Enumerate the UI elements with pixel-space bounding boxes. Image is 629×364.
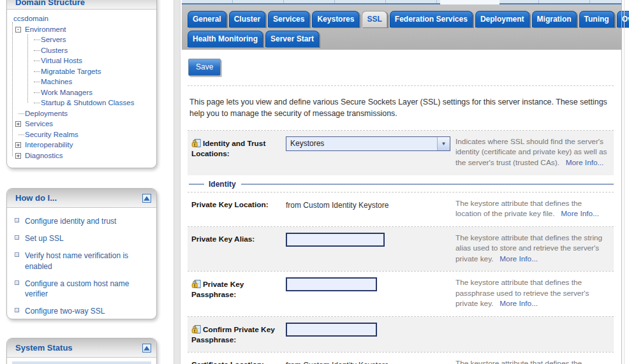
left-sidebar: Domain Structure ccsdomain - Environment… — [0, 0, 172, 364]
system-status-body — [12, 361, 151, 364]
private-key-passphrase-input[interactable] — [286, 277, 377, 291]
list-item: Set up SSL — [15, 233, 150, 244]
tab-row-2: Health Monitoring Server Start — [188, 31, 621, 47]
tab-federation-services[interactable]: Federation Services — [390, 11, 473, 27]
tab-overload[interactable]: Overload — [617, 11, 629, 27]
tab-bar: General Cluster Services Keystores SSL F… — [182, 4, 621, 50]
link-set-up-ssl[interactable]: Set up SSL — [25, 233, 64, 244]
field-help: The keystore attribute that defines the … — [455, 198, 611, 219]
tree-row: ccsdomain — [13, 13, 154, 24]
legend-line — [189, 184, 204, 185]
help-text: The keystore attribute that defines the … — [455, 359, 582, 364]
content-right-border — [624, 0, 625, 364]
content-right-border — [621, 0, 622, 364]
column-divider — [174, 0, 181, 364]
tab-keystores[interactable]: Keystores — [312, 11, 359, 27]
how-do-i-panel: How do I... Configure identity and trust… — [6, 188, 157, 319]
tree-item-deployments[interactable]: Deployments — [25, 110, 68, 117]
field-help — [455, 323, 611, 346]
tree-expander-minus-icon[interactable]: - — [15, 27, 21, 33]
parent-tab-active-edge — [440, 0, 500, 4]
link-verify-host-name-verification[interactable]: Verify host name verification is enabled — [25, 251, 150, 271]
domain-tree: ccsdomain - Environment Servers Clusters… — [7, 10, 156, 164]
tab-health-monitoring[interactable]: Health Monitoring — [188, 31, 263, 47]
more-info-link[interactable]: More Info... — [561, 209, 599, 218]
field-label: Confirm Private Key Passphrase: — [191, 323, 286, 346]
more-info-link[interactable]: More Info... — [500, 299, 538, 308]
tab-migration[interactable]: Migration — [532, 11, 577, 27]
tab-server-start[interactable]: Server Start — [265, 31, 319, 47]
how-do-i-header: How do I... — [7, 189, 156, 208]
tree-item-migratable-targets[interactable]: Migratable Targets — [41, 68, 101, 75]
save-button[interactable]: Save — [188, 59, 221, 76]
field-control: Keystores ▼ — [286, 136, 455, 168]
tree-item-interoperability[interactable]: Interoperability — [25, 141, 73, 149]
confirm-private-key-passphrase-input[interactable] — [286, 323, 377, 337]
tree-item-services[interactable]: Services — [25, 120, 53, 127]
list-item: Configure two-way SSL — [15, 306, 150, 316]
collapse-panel-icon[interactable] — [142, 194, 151, 203]
more-info-link[interactable]: More Info... — [500, 254, 538, 263]
certificate-location-value: from Custom Identity Keystore — [286, 358, 455, 364]
tree-item-machines[interactable]: Machines — [41, 78, 72, 85]
identity-trust-locations-select[interactable]: Keystores ▼ — [286, 136, 450, 151]
identity-section-header: Identity — [189, 180, 614, 189]
section-title: Identity — [209, 180, 236, 189]
system-status-panel: System Status — [6, 338, 157, 364]
tab-services[interactable]: Services — [268, 11, 309, 27]
tree-row: Clusters — [13, 45, 154, 56]
tree-item-clusters[interactable]: Clusters — [41, 47, 68, 54]
tree-row: Servers — [13, 34, 154, 45]
tree-item-environment[interactable]: Environment — [25, 25, 66, 33]
tree-row: + Interoperability — [13, 140, 154, 150]
tree-expander-plus-icon[interactable]: + — [15, 142, 21, 148]
field-control — [286, 277, 455, 309]
tree-item-virtual-hosts[interactable]: Virtual Hosts — [41, 57, 82, 64]
form-row-private-key-alias: Private Key Alias: The keystore attribut… — [188, 227, 614, 272]
tab-ssl[interactable]: SSL — [362, 11, 387, 27]
bullet-icon — [15, 235, 19, 240]
tree-item-startup-shutdown-classes[interactable]: Startup & Shutdown Classes — [41, 99, 134, 106]
form-row-identity-trust-locations: Identity and Trust Locations: Keystores … — [188, 131, 614, 175]
parent-tabs-strip — [182, 0, 621, 4]
link-configure-identity-trust[interactable]: Configure identity and trust — [25, 216, 116, 226]
tab-deployment[interactable]: Deployment — [475, 11, 529, 27]
list-item: Verify host name verification is enabled — [15, 251, 150, 271]
tree-item-diagnostics[interactable]: Diagnostics — [25, 152, 63, 159]
domain-structure-panel: Domain Structure ccsdomain - Environment… — [6, 0, 157, 168]
tab-tuning[interactable]: Tuning — [579, 11, 614, 27]
tree-row: Work Managers — [13, 87, 154, 98]
tab-cluster[interactable]: Cluster — [229, 11, 265, 27]
restart-required-icon — [191, 324, 201, 334]
tree-item-ccsdomain[interactable]: ccsdomain — [13, 15, 48, 22]
dropdown-arrow-icon[interactable]: ▼ — [437, 137, 450, 150]
how-do-i-title: How do I... — [15, 193, 142, 203]
tab-general[interactable]: General — [188, 11, 226, 27]
field-help: The keystore attribute that defines the … — [455, 233, 611, 265]
more-info-link[interactable]: More Info... — [566, 158, 604, 167]
collapse-panel-icon[interactable] — [142, 344, 151, 353]
tree-row: Machines — [13, 76, 154, 87]
tree-row: + Diagnostics — [13, 150, 154, 161]
tree-expander-plus-icon[interactable]: + — [15, 121, 21, 127]
system-status-header: System Status — [7, 339, 156, 358]
domain-structure-header: Domain Structure — [7, 0, 156, 10]
tree-row: Deployments — [13, 108, 154, 119]
list-item: Configure a custom host name verifier — [15, 279, 150, 299]
tree-item-work-managers[interactable]: Work Managers — [41, 89, 93, 96]
ssl-settings-content: Save This page lets you view and define … — [182, 50, 621, 364]
legend-line — [241, 184, 614, 185]
link-configure-custom-host-name-verifier[interactable]: Configure a custom host name verifier — [25, 279, 150, 299]
tree-item-security-realms[interactable]: Security Realms — [25, 131, 78, 138]
tree-expander-plus-icon[interactable]: + — [15, 153, 21, 159]
field-label: Identity and Trust Locations: — [191, 136, 286, 168]
form-row-private-key-passphrase: Private Key Passphrase: The keystore att… — [188, 272, 614, 316]
bullet-icon — [15, 280, 19, 285]
field-help: The keystore attribute that defines the … — [455, 277, 611, 309]
field-label-text: Private Key Location: — [191, 200, 269, 209]
link-configure-two-way-ssl[interactable]: Configure two-way SSL — [25, 306, 105, 316]
weblogic-console-page: Domain Structure ccsdomain - Environment… — [0, 0, 629, 364]
private-key-alias-input[interactable] — [286, 233, 385, 247]
tab-row-1: General Cluster Services Keystores SSL F… — [188, 11, 621, 27]
tree-item-servers[interactable]: Servers — [41, 36, 66, 43]
